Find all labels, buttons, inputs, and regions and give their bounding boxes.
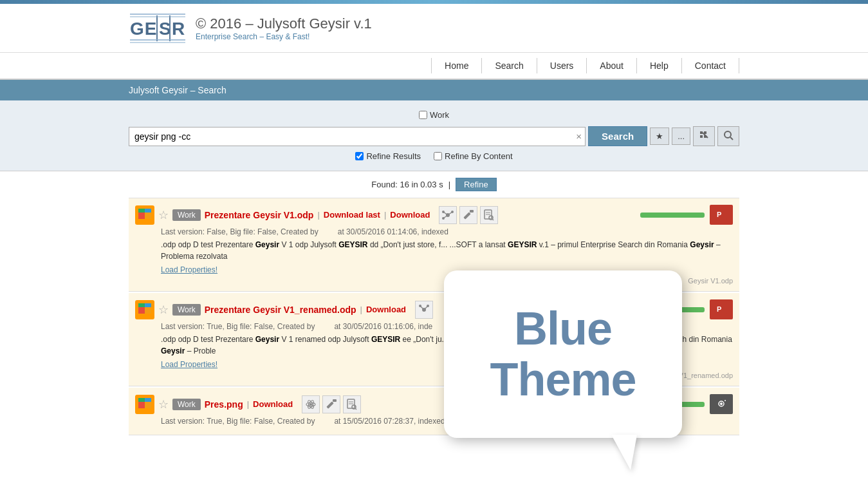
nav-about[interactable]: About [586, 58, 636, 73]
svg-point-42 [419, 305, 421, 307]
preview-icon-button[interactable] [717, 126, 739, 146]
svg-line-61 [355, 408, 356, 410]
found-text: Found: 16 in 0.03 s [371, 180, 443, 189]
results-area: Found: 16 in 0.03 s | Refine ☆ Work Prez… [0, 171, 868, 435]
work-checkbox-label[interactable]: Work [419, 110, 449, 120]
type-badge-2: P [710, 299, 733, 319]
star-icon-2[interactable]: ☆ [158, 303, 169, 317]
network-graph-icon [441, 209, 454, 222]
app-title: © 2016 – Julysoft Geysir v.1 [196, 15, 372, 32]
favorites-icon-button[interactable]: ★ [650, 128, 669, 145]
refine-content-checkbox[interactable] [434, 152, 442, 160]
atoms-icon [305, 399, 317, 410]
refine-content-label[interactable]: Refine By Content [434, 151, 513, 161]
star-icon-3[interactable]: ☆ [158, 397, 169, 412]
pipe-separator: | [448, 180, 450, 189]
work-checkbox[interactable] [419, 111, 427, 119]
search-input[interactable] [129, 127, 586, 146]
page-title-bar: Julysoft Geysir – Search [0, 80, 868, 100]
action-icons-2 [415, 301, 433, 319]
wrench-icon [699, 130, 709, 140]
network-icon-2[interactable] [415, 301, 433, 319]
svg-rect-50 [145, 398, 151, 402]
nav-contact[interactable]: Contact [681, 58, 739, 73]
refine-button[interactable]: Refine [456, 178, 497, 191]
search-button[interactable]: Search [588, 126, 647, 146]
network-icon-3[interactable] [302, 395, 320, 413]
svg-line-15 [730, 137, 733, 140]
doc-search-icon-3 [346, 399, 358, 410]
svg-point-64 [720, 402, 723, 405]
results-info: Found: 16 in 0.03 s | Refine [129, 171, 739, 198]
preview-file-icon-3[interactable] [343, 395, 361, 413]
svg-rect-16 [138, 213, 145, 219]
tools-icon-3[interactable] [322, 395, 340, 413]
download-link-1[interactable]: Download [390, 210, 430, 220]
file-icon-3 [135, 395, 154, 414]
svg-rect-39 [145, 303, 151, 307]
svg-rect-38 [138, 303, 145, 307]
clear-button[interactable]: × [576, 131, 582, 142]
download-link-2[interactable]: Download [366, 305, 406, 314]
page-title: Julysoft Geysir – Search [129, 85, 226, 95]
app-subtitle: Enterprise Search – Easy & Fast! [196, 32, 372, 41]
network-icon-1[interactable] [439, 206, 457, 224]
snippet-1: .odp odp D test Prezentare Geysir V 1 od… [161, 239, 733, 262]
load-properties-2[interactable]: Load Properties! [161, 360, 217, 369]
magnifier-icon [723, 130, 734, 140]
blue-theme-tooltip: Blue Theme [444, 270, 682, 437]
main-nav: Home Search Users About Help Contact [0, 53, 868, 80]
svg-rect-27 [464, 212, 471, 219]
svg-rect-47 [138, 402, 145, 408]
svg-text:S: S [159, 19, 171, 39]
svg-point-51 [309, 403, 312, 406]
hammer-icon-3 [326, 399, 337, 410]
meta-1: Last version: False, Big file: False, Cr… [161, 227, 733, 236]
svg-point-44 [427, 305, 429, 307]
svg-rect-56 [333, 399, 337, 402]
search-input-wrap: × [129, 127, 586, 146]
type-badge-1: P [710, 205, 733, 225]
work-badge-1: Work [172, 209, 201, 221]
svg-line-33 [492, 219, 494, 220]
svg-rect-19 [145, 209, 151, 213]
refine-content-text: Refine By Content [445, 151, 513, 161]
settings-icon-button[interactable] [693, 126, 715, 146]
preview-file-icon-1[interactable] [480, 206, 498, 224]
load-properties-1[interactable]: Load Properties! [161, 265, 217, 274]
file-link-3[interactable]: Pres.png [205, 399, 243, 410]
refine-results-checkbox[interactable] [355, 152, 364, 160]
nav-users[interactable]: Users [537, 58, 587, 73]
nav-home[interactable]: Home [431, 58, 481, 73]
header: GE S R © 2016 – Julysoft Geysir v.1 Ente… [0, 4, 868, 53]
nav-help[interactable]: Help [636, 58, 681, 73]
tools-icon-1[interactable] [459, 206, 477, 224]
star-icon-1[interactable]: ☆ [158, 208, 169, 222]
file-link-2[interactable]: Prezentare Geysir V1_renamed.odp [205, 305, 356, 315]
logo-image: GE S R [129, 10, 187, 46]
download-link-3[interactable]: Download [253, 399, 293, 409]
svg-rect-55 [327, 401, 334, 408]
action-icons-3 [302, 395, 361, 413]
svg-text:R: R [172, 19, 185, 39]
svg-rect-17 [145, 213, 151, 219]
more-options-button[interactable]: ... [672, 128, 690, 145]
svg-text:P: P [717, 211, 721, 218]
work-badge-2: Work [172, 304, 201, 316]
nav-search[interactable]: Search [481, 58, 536, 73]
type-badge-3 [710, 394, 733, 414]
svg-text:P: P [717, 305, 721, 313]
svg-point-14 [725, 131, 731, 138]
svg-rect-49 [138, 398, 145, 402]
refine-row: Refine Results Refine By Content [129, 151, 739, 161]
colored-cube-icon [137, 207, 152, 223]
file-link-1[interactable]: Prezentare Geysir V1.odp [205, 210, 314, 220]
refine-results-label[interactable]: Refine Results [355, 151, 421, 161]
svg-rect-18 [138, 209, 145, 213]
file-icon-1 [135, 205, 154, 225]
result-header-1: ☆ Work Prezentare Geysir V1.odp | Downlo… [135, 205, 733, 225]
relevance-bar-1 [640, 213, 705, 218]
work-row: Work [129, 110, 739, 120]
download-last-link-1[interactable]: Download last [324, 210, 380, 220]
action-icons-1 [439, 206, 498, 224]
